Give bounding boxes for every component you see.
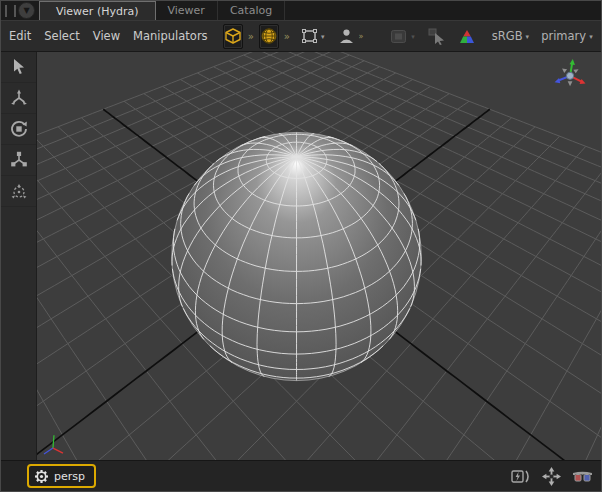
- person-icon: [339, 28, 354, 44]
- layer-select-icon: [390, 29, 408, 44]
- globe-icon: [260, 27, 278, 45]
- viewer-pane: ▼ Viewer (Hydra) Viewer Catalog Edit Sel…: [0, 0, 602, 492]
- pivot-icon: [10, 182, 28, 200]
- caret-down-icon: ▾: [411, 33, 415, 41]
- tool-sidebar: [1, 52, 37, 460]
- select-arrow-icon: [10, 58, 28, 76]
- rgb-channels-icon: [459, 29, 475, 44]
- cursor-select-button[interactable]: [428, 28, 446, 45]
- colorspace-dropdown[interactable]: sRGB ▾: [492, 29, 529, 43]
- menu-bar: Edit Select View Manipulators »: [1, 20, 601, 52]
- pivot-tool-button[interactable]: [1, 176, 36, 207]
- proxy-mode-button[interactable]: [259, 24, 279, 49]
- marquee-select-button[interactable]: ▾: [301, 28, 325, 44]
- expander-icon[interactable]: »: [284, 31, 290, 42]
- pane-body: [1, 52, 601, 460]
- expander-icon[interactable]: »: [358, 32, 363, 41]
- scale-icon: [10, 151, 28, 169]
- menu-edit[interactable]: Edit: [9, 29, 31, 43]
- caret-down-icon: ▾: [321, 33, 325, 41]
- caret-down-icon: ▾: [526, 33, 530, 41]
- marquee-select-icon: [301, 28, 318, 44]
- selection-scope-button[interactable]: »: [339, 28, 363, 44]
- cursor-select-icon: [428, 28, 446, 45]
- tab-viewer-hydra[interactable]: Viewer (Hydra): [39, 1, 156, 20]
- menu-manipulators[interactable]: Manipulators: [133, 29, 208, 43]
- tab-bar: ▼ Viewer (Hydra) Viewer Catalog: [1, 1, 601, 20]
- translate-tool-button[interactable]: [1, 83, 36, 114]
- translate-icon: [10, 89, 28, 107]
- select-tool-button[interactable]: [1, 52, 36, 83]
- pane-menu-button[interactable]: ▼: [18, 2, 35, 19]
- caret-down-icon: ▾: [589, 33, 593, 41]
- render-flash-icon[interactable]: [511, 469, 531, 484]
- colorspace-value: sRGB: [492, 29, 523, 43]
- viewport-canvas[interactable]: [37, 52, 601, 460]
- chevron-down-icon: ▼: [23, 6, 29, 14]
- viewlayer-value: primary: [541, 29, 586, 43]
- cube-icon: [224, 27, 242, 45]
- viewlayer-dropdown[interactable]: primary ▾: [541, 29, 593, 43]
- viewport-status-bar: persp: [1, 460, 601, 491]
- stereo-glasses-icon[interactable]: [572, 470, 593, 483]
- gear-icon: [35, 470, 48, 483]
- pan-view-icon[interactable]: [542, 467, 561, 486]
- menu-view[interactable]: View: [93, 29, 120, 43]
- rotate-icon: [10, 120, 28, 138]
- menu-select[interactable]: Select: [44, 29, 79, 43]
- tab-catalog[interactable]: Catalog: [218, 1, 285, 20]
- rotate-tool-button[interactable]: [1, 114, 36, 145]
- pane-grip[interactable]: [5, 5, 16, 17]
- camera-select-button[interactable]: persp: [27, 464, 96, 488]
- channels-button[interactable]: [459, 29, 475, 44]
- camera-name: persp: [54, 470, 85, 483]
- tab-viewer[interactable]: Viewer: [156, 1, 218, 20]
- shading-mode-button[interactable]: [223, 24, 243, 49]
- layer-select-button[interactable]: ▾: [390, 29, 415, 44]
- viewport-3d[interactable]: [37, 52, 601, 460]
- expander-icon[interactable]: »: [248, 31, 254, 42]
- scale-tool-button[interactable]: [1, 145, 36, 176]
